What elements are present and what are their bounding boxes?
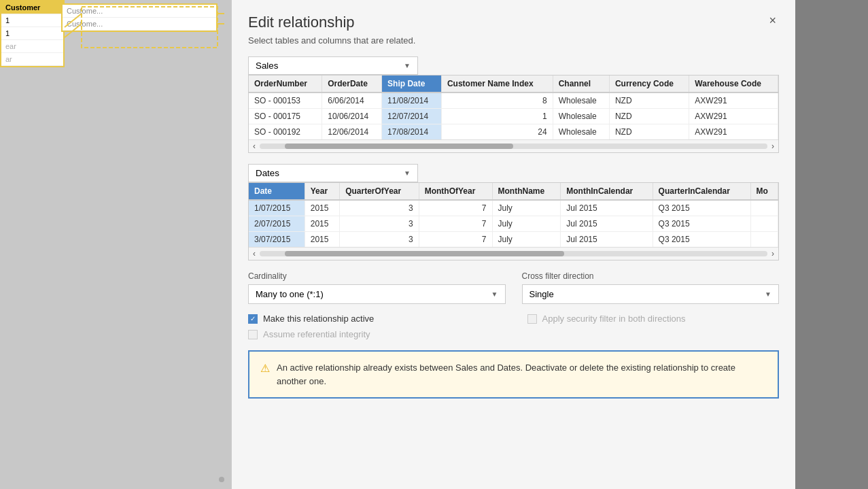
- active-relationship-row[interactable]: Make this relationship active: [248, 314, 500, 324]
- table1-scrollbar[interactable]: ‹ ›: [249, 139, 778, 152]
- referential-integrity-row[interactable]: Assume referential integrity: [248, 329, 500, 339]
- cell-monthname: July: [492, 216, 561, 232]
- security-filter-label: Apply security filter in both directions: [542, 314, 686, 324]
- cardinality-value: Many to one (*:1): [256, 289, 324, 299]
- cell-year: 2015: [305, 232, 339, 248]
- cell-date: 2/07/2015: [249, 216, 305, 232]
- cell-shipdate: 12/07/2014: [382, 109, 442, 124]
- crossfilter-value: Single: [530, 289, 554, 299]
- cell-orderdate: 10/06/2014: [322, 109, 382, 124]
- table2-dropdown[interactable]: Dates ▼: [248, 164, 418, 182]
- table2-scrollbar[interactable]: ‹ ›: [249, 247, 778, 260]
- cell-quarter: 3: [340, 232, 419, 248]
- col-monthincalendar: MonthInCalendar: [561, 183, 653, 200]
- referential-integrity-checkbox[interactable]: [248, 330, 258, 339]
- cell-month: 7: [419, 216, 492, 232]
- cardinality-group: Cardinality Many to one (*:1) ▼: [248, 271, 506, 304]
- scroll-thumb: [285, 144, 513, 149]
- cell-quarterincal: Q3 2015: [653, 232, 750, 248]
- scroll-thumb2: [285, 251, 564, 256]
- table-row: 3/07/2015 2015 3 7 July Jul 2015 Q3 2015: [249, 232, 778, 248]
- cell-mo: [750, 200, 778, 216]
- col-warehousecode: Warehouse Code: [689, 75, 778, 92]
- crossfilter-group: Cross filter direction Single ▼: [522, 271, 780, 304]
- security-filter-row[interactable]: Apply security filter in both directions: [527, 314, 780, 324]
- table1-dropdown-value: Sales: [256, 61, 278, 71]
- cell-date: 3/07/2015: [249, 232, 305, 248]
- diagram-background: Customer 1 1 ear ar Custome... Custome..…: [0, 0, 231, 489]
- scroll-left-arrow2[interactable]: ‹: [251, 249, 257, 258]
- cell-monthname: July: [492, 232, 561, 248]
- cell-customerindex: 24: [441, 124, 553, 140]
- cell-channel: Wholesale: [553, 109, 609, 124]
- cell-ordernumber: SO - 000192: [249, 124, 322, 140]
- warning-text: An active relationship already exists be…: [277, 361, 767, 388]
- cell-date: 1/07/2015: [249, 200, 305, 216]
- cell-monthname: July: [492, 200, 561, 216]
- cell-customerindex: 8: [441, 92, 553, 109]
- warning-icon: ⚠: [260, 362, 270, 375]
- cell-channel: Wholesale: [553, 124, 609, 140]
- col-monthofyear: MonthOfYear: [419, 183, 492, 200]
- scroll-indicator[interactable]: [219, 477, 224, 482]
- scroll-track2[interactable]: [260, 251, 767, 256]
- cardinality-dropdown[interactable]: Many to one (*:1) ▼: [248, 284, 506, 304]
- sales-table-wrapper: OrderNumber OrderDate Ship Date Customer…: [248, 75, 779, 153]
- table-row: SO - 000192 12/06/2014 17/08/2014 24 Who…: [249, 124, 778, 140]
- cell-mo: [750, 216, 778, 232]
- warning-box: ⚠ An active relationship already exists …: [248, 350, 779, 399]
- table-row: 1/07/2015 2015 3 7 July Jul 2015 Q3 2015: [249, 200, 778, 216]
- checkboxes-section: Make this relationship active Assume ref…: [248, 314, 779, 345]
- checkbox-col-right: Apply security filter in both directions: [527, 314, 780, 345]
- table1-dropdown-arrow: ▼: [404, 62, 411, 69]
- active-relationship-label: Make this relationship active: [263, 314, 374, 324]
- table1-dropdown[interactable]: Sales ▼: [248, 56, 418, 75]
- security-filter-checkbox[interactable]: [527, 314, 537, 324]
- cell-monthincal: Jul 2015: [561, 216, 653, 232]
- checkbox-col-left: Make this relationship active Assume ref…: [248, 314, 500, 345]
- scroll-right-arrow2[interactable]: ›: [770, 249, 776, 258]
- cell-warehouse: AXW291: [689, 124, 778, 140]
- scroll-right-arrow[interactable]: ›: [770, 141, 776, 151]
- close-button[interactable]: ×: [766, 14, 779, 28]
- dates-table-wrapper: Date Year QuarterOfYear MonthOfYear Mont…: [248, 182, 779, 260]
- referential-integrity-label: Assume referential integrity: [263, 329, 370, 339]
- cell-quarter: 3: [340, 216, 419, 232]
- table-row: SO - 000175 10/06/2014 12/07/2014 1 Whol…: [249, 109, 778, 124]
- crossfilter-arrow: ▼: [765, 290, 771, 298]
- crossfilter-label: Cross filter direction: [522, 271, 780, 281]
- cell-monthincal: Jul 2015: [561, 232, 653, 248]
- cell-quarterincal: Q3 2015: [653, 216, 750, 232]
- col-year: Year: [305, 183, 339, 200]
- col-currencycode: Currency Code: [609, 75, 689, 92]
- crossfilter-dropdown[interactable]: Single ▼: [522, 284, 780, 304]
- modal-title: Edit relationship: [248, 14, 355, 31]
- active-relationship-checkbox[interactable]: [248, 314, 258, 324]
- cell-ordernumber: SO - 000153: [249, 92, 322, 109]
- col-shipdate: Ship Date: [382, 75, 442, 92]
- cell-customerindex: 1: [441, 109, 553, 124]
- scroll-left-arrow[interactable]: ‹: [251, 141, 257, 151]
- edit-relationship-modal: Edit relationship × Select tables and co…: [231, 0, 795, 489]
- cell-orderdate: 12/06/2014: [322, 124, 382, 140]
- cell-shipdate: 17/08/2014: [382, 124, 442, 140]
- table2-dropdown-value: Dates: [256, 168, 279, 178]
- dates-table-header-row: Date Year QuarterOfYear MonthOfYear Mont…: [249, 183, 778, 200]
- cell-shipdate: 11/08/2014: [382, 92, 442, 109]
- cell-quarter: 3: [340, 200, 419, 216]
- col-orderdate: OrderDate: [322, 75, 382, 92]
- cell-warehouse: AXW291: [689, 109, 778, 124]
- sales-table: OrderNumber OrderDate Ship Date Customer…: [249, 75, 778, 139]
- col-quarterincalendar: QuarterInCalendar: [653, 183, 750, 200]
- col-customernameindex: Customer Name Index: [441, 75, 553, 92]
- scroll-track[interactable]: [260, 144, 767, 149]
- col-mo: Mo: [750, 183, 778, 200]
- col-ordernumber: OrderNumber: [249, 75, 322, 92]
- cell-month: 7: [419, 200, 492, 216]
- cell-mo: [750, 232, 778, 248]
- cell-month: 7: [419, 232, 492, 248]
- cell-year: 2015: [305, 216, 339, 232]
- table-row: SO - 000153 6/06/2014 11/08/2014 8 Whole…: [249, 92, 778, 109]
- table2-dropdown-arrow: ▼: [404, 169, 411, 177]
- col-quarterofyear: QuarterOfYear: [340, 183, 419, 200]
